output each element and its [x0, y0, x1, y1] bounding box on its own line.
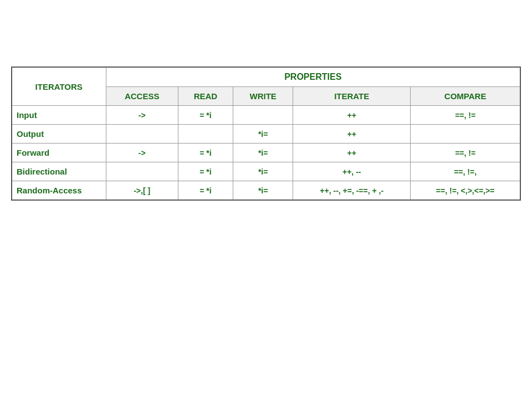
cell-write: *i= — [233, 181, 293, 201]
table-row: Input->= *i++==, != — [12, 106, 520, 125]
cell-compare: ==, !=, <,>,<=,>= — [411, 181, 520, 201]
row-name: Input — [12, 106, 106, 125]
col-iterate: ITERATE — [293, 87, 411, 106]
cell-compare: ==, != — [411, 106, 520, 125]
cell-write: *i= — [233, 125, 293, 144]
cell-iterate: ++ — [293, 125, 411, 144]
table-row: Random-Access->,[ ]= *i*i=++, --, +=, -=… — [12, 181, 520, 201]
col-access: ACCESS — [106, 87, 178, 106]
cell-write — [233, 106, 293, 125]
cell-compare: ==, != — [411, 144, 520, 162]
col-read: READ — [178, 87, 233, 106]
cell-access: -> — [106, 106, 178, 125]
col-compare: COMPARE — [411, 87, 520, 106]
cell-compare: ==, !=, — [411, 162, 520, 181]
table-row: Bidirectional= *i*i=++, --==, !=, — [12, 162, 520, 181]
cell-write: *i= — [233, 162, 293, 181]
cell-read — [178, 125, 233, 144]
cell-access: -> — [106, 144, 178, 162]
table-row: Forward->= *i*i=++==, != — [12, 144, 520, 162]
row-name: Bidirectional — [12, 162, 106, 181]
properties-header: PROPERTIES — [106, 67, 520, 87]
cell-read: = *i — [178, 162, 233, 181]
cell-access — [106, 125, 178, 144]
cell-read: = *i — [178, 181, 233, 201]
cell-iterate: ++, --, +=, -==, + ,- — [293, 181, 411, 201]
iterators-header: ITERATORS — [12, 67, 106, 106]
col-write: WRITE — [233, 87, 293, 106]
row-name: Output — [12, 125, 106, 144]
cell-compare — [411, 125, 520, 144]
cell-read: = *i — [178, 106, 233, 125]
cell-iterate: ++ — [293, 106, 411, 125]
row-name: Forward — [12, 144, 106, 162]
row-name: Random-Access — [12, 181, 106, 201]
table-row: Output*i=++ — [12, 125, 520, 144]
cell-write: *i= — [233, 144, 293, 162]
cell-read: = *i — [178, 144, 233, 162]
main-table-container: ITERATORS PROPERTIES ACCESS READ WRITE I… — [11, 66, 521, 201]
cell-access — [106, 162, 178, 181]
iterators-table: ITERATORS PROPERTIES ACCESS READ WRITE I… — [11, 66, 521, 201]
cell-iterate: ++, -- — [293, 162, 411, 181]
cell-access: ->,[ ] — [106, 181, 178, 201]
cell-iterate: ++ — [293, 144, 411, 162]
